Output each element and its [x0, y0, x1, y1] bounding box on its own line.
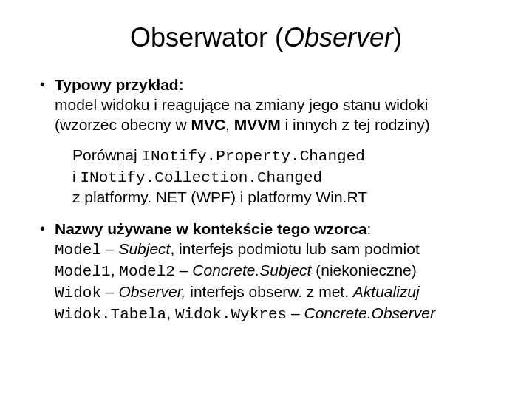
b1-sub-l2a: i — [72, 168, 81, 185]
slide: Obserwator (Observer) Typowy przykład: m… — [0, 0, 532, 352]
b1-sub-l1a: Porównaj — [72, 146, 141, 163]
bullet-1: Typowy przykład: model widoku i reagując… — [37, 75, 495, 208]
b2-l1a: Model — [55, 242, 101, 259]
title-close: ) — [393, 22, 402, 52]
b2-l4c: Widok.Wykres — [175, 306, 287, 323]
b1-line1: model widoku i reagujące na zmiany jego … — [55, 96, 428, 113]
b1-head: Typowy przykład: — [55, 76, 184, 93]
b1-sub-l2b: INotify.Collection.Changed — [81, 169, 323, 186]
b2-colon: : — [366, 220, 371, 237]
bullet-list: Typowy przykład: model widoku i reagując… — [37, 75, 495, 325]
b2-l2d: – — [175, 262, 192, 279]
b1-sub-l1b: INotify.Property.Changed — [141, 148, 364, 165]
b1-line2c: , — [225, 116, 234, 133]
b2-l4b: , — [166, 304, 175, 321]
b2-l3d: interfejs obserw. z met. — [185, 283, 352, 300]
b1-line2a: (wzorzec obecny w — [55, 116, 191, 133]
b1-sub: Porównaj INotify.Property.Changed i INot… — [55, 146, 495, 208]
b2-l1d: , interfejs podmiotu lub sam podmiot — [170, 240, 419, 257]
b2-l2a: Model1 — [55, 263, 111, 280]
title-text: Obserwator ( — [130, 22, 284, 52]
b1-line2d: MVVM — [234, 116, 281, 133]
b2-l2b: , — [111, 262, 120, 279]
b2-l2f: (niekonieczne) — [311, 262, 416, 279]
b2-head: Nazwy używane w kontekście tego wzorca — [55, 220, 366, 237]
b2-l3a: Widok — [55, 284, 101, 301]
title-italic: Observer — [284, 22, 393, 52]
b2-l2e: Concrete.Subject — [192, 262, 311, 279]
b1-sub-l3: z platformy. NET (WPF) i platformy Win.R… — [72, 188, 367, 205]
slide-title: Obserwator (Observer) — [37, 22, 495, 53]
b2-l3e: Aktualizuj — [353, 283, 420, 300]
b2-l4d: – — [287, 304, 304, 321]
b2-l1b: – — [101, 240, 118, 257]
b2-l3c: Observer, — [118, 283, 185, 300]
b2-l4a: Widok.Tabela — [55, 306, 166, 323]
b2-l4e: Concrete.Observer — [304, 304, 435, 321]
b2-l1c: Subject — [118, 240, 170, 257]
b2-l3b: – — [101, 283, 118, 300]
b2-l2c: Model2 — [119, 263, 175, 280]
bullet-2: Nazwy używane w kontekście tego wzorca: … — [37, 219, 495, 324]
b1-line2e: i innych z tej rodziny) — [281, 116, 430, 133]
b1-line2b: MVC — [191, 116, 225, 133]
